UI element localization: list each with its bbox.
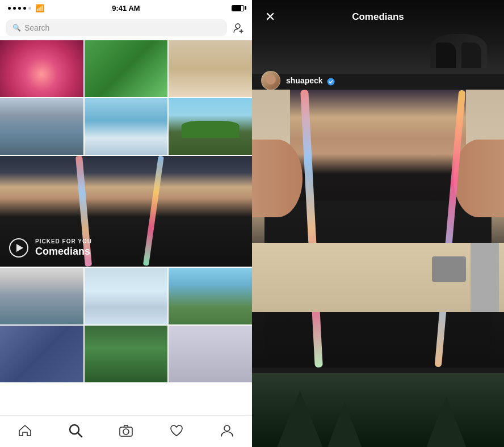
grid-cell-carnival[interactable]: [169, 268, 252, 324]
grid-row-2: [0, 98, 252, 155]
story-main-image: [252, 90, 504, 368]
battery-icon: [232, 5, 244, 11]
status-left: 📶: [8, 4, 44, 12]
story-title: Comedians: [279, 11, 477, 23]
heart-icon: [169, 423, 184, 438]
status-bar: 📶 9:41 AM: [0, 0, 252, 16]
username: shuapeck: [286, 76, 323, 85]
nav-home[interactable]: [12, 418, 37, 443]
grid-cell-car[interactable]: [169, 98, 252, 155]
verified-badge: [327, 77, 335, 85]
grid-cell-flower[interactable]: [0, 40, 83, 97]
signal-dot4: [23, 7, 26, 10]
search-bar: 🔍 Search: [0, 16, 252, 40]
picked-label: PICKED FOR YOU: [35, 238, 92, 244]
tree1: [277, 390, 322, 447]
featured-title: Comedians: [35, 246, 92, 258]
featured-text: PICKED FOR YOU Comedians: [35, 238, 92, 258]
tree2: [327, 402, 362, 447]
nav-camera[interactable]: [114, 418, 138, 443]
search-placeholder: Search: [24, 23, 49, 32]
search-nav-icon: [68, 423, 83, 438]
status-right: [232, 5, 244, 11]
add-user-icon: [233, 22, 244, 33]
bottom-nav: [0, 415, 252, 447]
close-icon: ✕: [265, 10, 275, 24]
play-button[interactable]: [9, 238, 28, 258]
svg-point-8: [327, 78, 335, 85]
tree3: [426, 396, 466, 447]
nav-search[interactable]: [63, 418, 88, 443]
signal-dot1: [8, 7, 11, 10]
grid-cell-park[interactable]: [85, 40, 168, 97]
wifi-icon: 📶: [35, 4, 44, 12]
grid-row-4: [0, 326, 252, 382]
nav-profile[interactable]: [215, 418, 240, 443]
grid-cell-lake[interactable]: [85, 98, 168, 155]
grid-cell-sky[interactable]: [85, 268, 168, 324]
right-panel: ✕ Comedians shuapeck: [252, 0, 504, 447]
grid-cell-girl[interactable]: [0, 268, 83, 324]
add-user-button[interactable]: [230, 21, 246, 35]
featured-video-row[interactable]: PICKED FOR YOU Comedians: [0, 156, 252, 267]
nav-heart[interactable]: [164, 418, 189, 443]
user-avatar[interactable]: [261, 71, 280, 90]
search-icon: 🔍: [12, 24, 21, 32]
right-arm: [453, 140, 504, 217]
profile-icon: [220, 423, 234, 438]
signal-dot2: [13, 7, 16, 10]
user-info: shuapeck: [286, 75, 335, 86]
play-icon: [16, 244, 23, 252]
story-user-row: shuapeck: [252, 65, 344, 96]
svg-line-4: [78, 433, 82, 437]
story-header: ✕ Comedians: [252, 0, 504, 32]
grid-cell-palm[interactable]: [85, 326, 168, 382]
featured-info: PICKED FOR YOU Comedians: [9, 238, 92, 258]
signal-dot3: [18, 7, 21, 10]
left-arm: [252, 140, 303, 217]
image-grid: PICKED FOR YOU Comedians: [0, 40, 252, 415]
grid-row-1: [0, 40, 252, 97]
story-bottom-trees: [252, 373, 504, 447]
signal-dot5: [28, 7, 31, 10]
appliance: [432, 256, 466, 282]
grid-cell-plane[interactable]: [0, 326, 83, 382]
left-panel: 📶 9:41 AM 🔍 Search: [0, 0, 252, 447]
fridge: [471, 243, 499, 313]
shoes-area: [430, 34, 487, 68]
grid-cell-bridge[interactable]: [0, 98, 83, 155]
room-counter: [252, 243, 504, 313]
svg-point-6: [123, 429, 129, 435]
svg-point-0: [236, 24, 240, 28]
status-time: 9:41 AM: [112, 4, 140, 12]
grid-cell-table[interactable]: [169, 40, 252, 97]
grid-cell-lamp[interactable]: [169, 326, 252, 382]
close-button[interactable]: ✕: [261, 8, 279, 26]
search-input-wrapper[interactable]: 🔍 Search: [6, 19, 227, 36]
svg-point-7: [224, 425, 230, 431]
camera-icon: [119, 423, 133, 438]
grid-row-3: [0, 268, 252, 324]
home-icon: [18, 423, 32, 438]
